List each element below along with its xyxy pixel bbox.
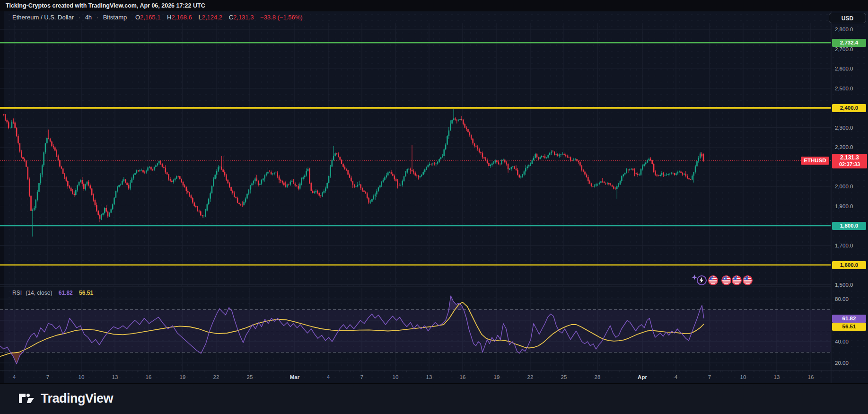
close-value: 2,131.3 xyxy=(233,14,254,21)
high-value: 2,168.6 xyxy=(171,14,192,21)
lightning-event-icon[interactable] xyxy=(697,275,707,285)
title-text: Ticking-Cryptos created with TradingView… xyxy=(6,2,205,9)
tradingview-logo-icon xyxy=(18,390,35,406)
exchange-label: Bitstamp xyxy=(103,14,127,21)
rsi-title: RSI xyxy=(12,290,22,296)
low-value: 2,124.2 xyxy=(202,14,222,21)
symbol-price-tag: ETHUSD xyxy=(801,157,829,165)
last-price-label: 2,131.3 02:37:33 xyxy=(832,154,867,168)
interval-label[interactable]: 4h xyxy=(85,14,92,21)
separator-dot: · xyxy=(79,14,80,21)
us-flag-event-icon[interactable] xyxy=(743,275,753,285)
change-value: −33.8 (−1.56%) xyxy=(260,14,303,21)
tradingview-logo[interactable]: TradingView xyxy=(18,390,113,406)
rsi-params: (14, close) xyxy=(26,290,52,296)
flag-canton xyxy=(733,276,737,280)
rsi-axis-label: 61.82 xyxy=(832,315,866,323)
close-letter: C xyxy=(229,14,233,21)
level-label-resistance: 2,400.0 xyxy=(832,104,866,112)
rsi-ma-axis-label: 56.51 xyxy=(832,323,866,331)
level-label-resistance-high: 2,732.4 xyxy=(832,39,866,47)
footer-bar: TradingView xyxy=(0,383,868,414)
high-letter: H xyxy=(167,14,171,21)
us-flag-event-icon[interactable] xyxy=(708,275,718,285)
rsi-ma-value: 56.51 xyxy=(79,290,93,296)
us-flag-event-icon[interactable] xyxy=(721,275,731,285)
symbol-name[interactable]: Ethereum / U.S. Dollar xyxy=(12,14,74,21)
symbol-info-row[interactable]: Ethereum / U.S. Dollar · 4h · Bitstamp O… xyxy=(12,14,303,21)
bar-countdown: 02:37:33 xyxy=(832,161,867,167)
rsi-current-value: 61.82 xyxy=(59,290,73,296)
currency-toggle-button[interactable]: USD xyxy=(829,13,866,23)
open-letter: O xyxy=(135,14,140,21)
last-price-value: 2,131.3 xyxy=(832,154,867,161)
tradingview-chart-window: Ticking-Cryptos created with TradingView… xyxy=(0,0,868,414)
time-axis[interactable] xyxy=(0,370,831,383)
low-letter: L xyxy=(198,14,202,21)
level-label-support-low: 1,600.0 xyxy=(832,261,866,269)
rsi-indicator-header[interactable]: RSI (14, close) 61.82 56.51 xyxy=(12,290,93,296)
title-bar: Ticking-Cryptos created with TradingView… xyxy=(0,0,868,11)
level-label-support: 1,800.0 xyxy=(832,222,866,230)
flag-canton xyxy=(744,276,748,280)
open-value: 2,165.1 xyxy=(140,14,160,21)
chart-canvas[interactable]: 2,800.02,700.02,600.02,500.02,300.02,200… xyxy=(0,11,868,383)
flag-canton xyxy=(709,276,713,280)
flag-canton xyxy=(722,276,727,280)
us-flag-event-icon[interactable] xyxy=(732,275,742,285)
separator-dot: · xyxy=(96,14,98,21)
brand-text: TradingView xyxy=(41,391,113,406)
chart-stage: 2,800.02,700.02,600.02,500.02,300.02,200… xyxy=(0,11,868,383)
